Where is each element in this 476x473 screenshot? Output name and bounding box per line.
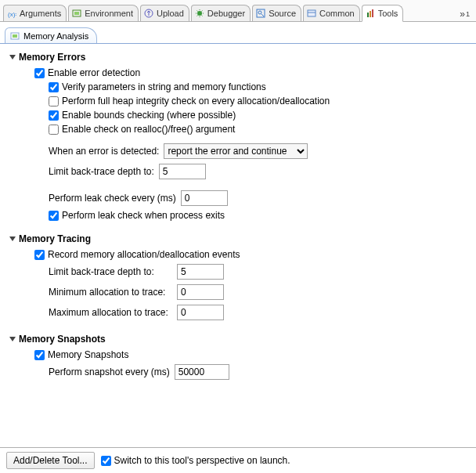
svg-rect-7	[308, 10, 316, 16]
tab-source[interactable]: Source	[252, 5, 301, 21]
leak-every-label: Perform leak check every (ms)	[49, 193, 176, 204]
max-alloc-label: Maximum allocation to trace:	[49, 307, 172, 318]
chevron-down-icon	[9, 236, 16, 241]
arguments-icon: (x)=	[7, 9, 16, 18]
svg-rect-11	[372, 9, 373, 17]
switch-perspective-checkbox[interactable]	[101, 456, 111, 466]
section-header-memory-errors[interactable]: Memory Errors	[9, 49, 462, 64]
svg-point-6	[258, 11, 261, 14]
record-alloc-events-label: Record memory allocation/deallocation ev…	[48, 249, 240, 260]
realloc-free-check-checkbox[interactable]	[49, 125, 59, 135]
tab-common[interactable]: Common	[303, 5, 360, 21]
verify-params-checkbox[interactable]	[49, 82, 59, 92]
bounds-check-checkbox[interactable]	[49, 110, 59, 121]
leak-every-input[interactable]	[181, 190, 228, 206]
enable-error-detection-label: Enable error detection	[48, 67, 140, 78]
section-header-memory-tracing[interactable]: Memory Tracing	[9, 230, 462, 246]
subtab-memory-analysis[interactable]: Memory Analysis	[5, 27, 97, 43]
environment-icon	[72, 9, 81, 18]
memory-snapshots-checkbox[interactable]	[34, 350, 45, 360]
on-error-select[interactable]: report the error and continue	[164, 143, 308, 159]
snapshot-every-input[interactable]	[175, 364, 229, 380]
tab-environment[interactable]: Environment	[68, 5, 139, 21]
tab-overflow-count: 1	[466, 10, 470, 18]
svg-text:(x)=: (x)=	[8, 11, 16, 18]
enable-error-detection-checkbox[interactable]	[34, 68, 45, 78]
tab-tools-label: Tools	[378, 9, 398, 18]
debugger-icon	[195, 9, 204, 18]
tab-debugger-label: Debugger	[207, 9, 245, 18]
verify-params-label: Verify parameters in string and memory f…	[62, 81, 266, 92]
tab-source-label: Source	[269, 9, 296, 18]
section-title: Memory Snapshots	[19, 334, 106, 345]
tracing-backtrace-input[interactable]	[177, 264, 224, 280]
section-header-memory-snapshots[interactable]: Memory Snapshots	[9, 330, 462, 346]
snapshot-every-label: Perform snapshot every (ms)	[49, 366, 170, 377]
bounds-check-label: Enable bounds checking (where possible)	[62, 110, 236, 121]
svg-point-4	[197, 11, 202, 16]
tab-common-label: Common	[319, 9, 355, 18]
tracing-backtrace-label: Limit back-trace depth to:	[49, 266, 172, 277]
record-alloc-events-checkbox[interactable]	[34, 250, 45, 260]
add-delete-tool-button[interactable]: Add/Delete Tool...	[6, 452, 95, 469]
realloc-free-check-label: Enable check on realloc()/free() argumen…	[62, 124, 235, 135]
svg-rect-10	[370, 11, 371, 17]
svg-rect-9	[367, 13, 369, 17]
section-title: Memory Tracing	[19, 233, 91, 244]
tab-upload-label: Upload	[157, 9, 184, 18]
tab-arguments[interactable]: (x)= Arguments	[3, 5, 67, 21]
tab-arguments-label: Arguments	[20, 9, 61, 18]
tab-tools[interactable]: Tools	[362, 5, 404, 22]
tab-environment-label: Environment	[85, 9, 133, 18]
svg-rect-2	[74, 12, 79, 15]
chevron-down-icon	[9, 55, 16, 60]
chevron-down-icon	[9, 337, 16, 341]
main-tab-bar: (x)= Arguments Environment Upload Debugg…	[0, 0, 476, 22]
tool-tab-bar: Memory Analysis	[0, 22, 476, 44]
tab-debugger[interactable]: Debugger	[191, 5, 251, 21]
switch-perspective-label: Switch to this tool's perspective on lau…	[114, 455, 290, 466]
errors-backtrace-input[interactable]	[159, 164, 206, 179]
tools-icon	[366, 9, 375, 18]
subtab-memory-analysis-label: Memory Analysis	[23, 31, 88, 41]
leak-on-exit-checkbox[interactable]	[49, 211, 59, 221]
source-icon	[256, 9, 265, 18]
svg-rect-13	[13, 34, 17, 38]
tab-upload[interactable]: Upload	[140, 5, 189, 21]
section-title: Memory Errors	[19, 52, 85, 63]
upload-icon	[144, 9, 153, 18]
full-heap-check-checkbox[interactable]	[49, 96, 59, 107]
full-heap-check-label: Perform full heap integrity check on eve…	[62, 96, 330, 107]
memory-snapshots-label: Memory Snapshots	[48, 349, 128, 360]
common-icon	[307, 9, 316, 18]
min-alloc-label: Minimum allocation to trace:	[49, 287, 172, 298]
settings-scroll-area[interactable]: Memory Errors Enable error detection Ver…	[0, 44, 476, 447]
tab-overflow-button[interactable]: »1	[456, 7, 473, 21]
leak-on-exit-label: Perform leak check when process exits	[62, 210, 225, 221]
min-alloc-input[interactable]	[177, 284, 224, 300]
max-alloc-input[interactable]	[177, 305, 224, 320]
on-error-label: When an error is detected:	[49, 146, 159, 157]
bottom-bar: Add/Delete Tool... Switch to this tool's…	[0, 448, 476, 473]
errors-backtrace-label: Limit back-trace depth to:	[49, 166, 154, 177]
memory-analysis-icon	[10, 31, 20, 41]
